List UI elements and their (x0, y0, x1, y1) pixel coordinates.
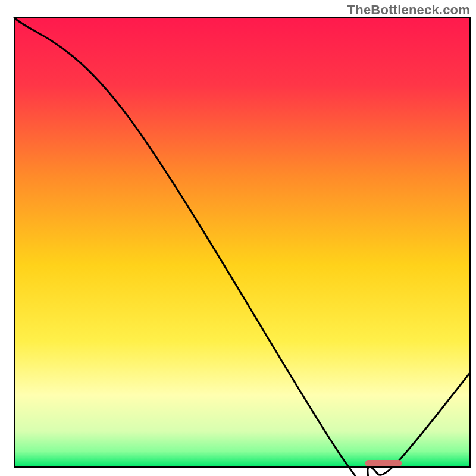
watermark-text: TheBottleneck.com (347, 2, 470, 18)
optimal-range-marker (365, 460, 402, 466)
bottleneck-chart-svg (0, 0, 476, 476)
chart-container: TheBottleneck.com (0, 0, 476, 476)
plot-area (14, 18, 470, 467)
